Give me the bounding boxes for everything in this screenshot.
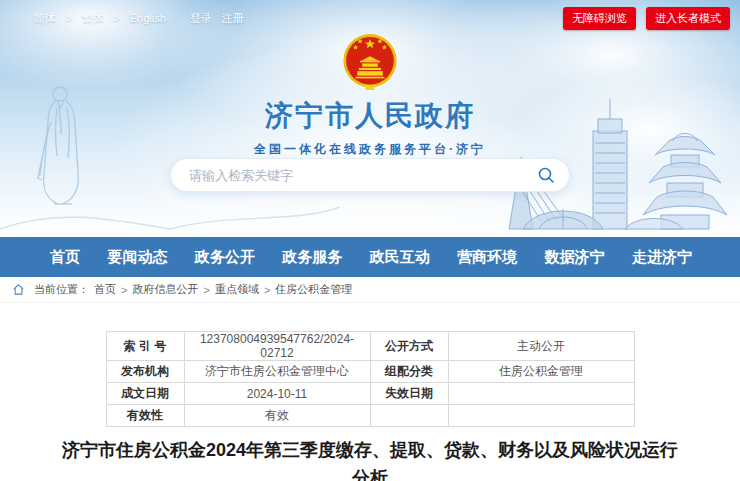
- document-meta-table: 索 引 号 123708004939547762/2024-02712 公开方式…: [106, 331, 635, 427]
- site-subtitle: 全国一体化在线政务服务平台·济宁: [254, 141, 486, 158]
- register-link[interactable]: 注册: [222, 11, 244, 26]
- nav-item-interaction[interactable]: 政民互动: [370, 237, 430, 277]
- table-row: 有效性 有效: [106, 405, 634, 427]
- lang-traditional-link[interactable]: 繁体: [82, 11, 104, 26]
- breadcrumb-separator: >: [203, 284, 209, 296]
- meta-label-disclosure-method: 公开方式: [370, 332, 448, 361]
- language-links: 简体 > 繁体 > English 登录 注册: [34, 11, 244, 26]
- meta-value-publisher: 济宁市住房公积金管理中心: [184, 361, 370, 383]
- meta-label-category: 组配分类: [370, 361, 448, 383]
- breadcrumb: 当前位置： 首页 > 政府信息公开 > 重点领域 > 住房公积金管理: [0, 277, 740, 303]
- top-action-buttons: 无障碍浏览 进入长者模式: [563, 7, 730, 30]
- national-emblem-icon: [342, 33, 398, 95]
- breadcrumb-prefix: 当前位置：: [34, 282, 89, 297]
- breadcrumb-separator: >: [121, 284, 127, 296]
- meta-label-date: 成文日期: [106, 383, 184, 405]
- login-link[interactable]: 登录: [190, 11, 212, 26]
- nav-item-about[interactable]: 走进济宁: [632, 237, 692, 277]
- table-row: 成文日期 2024-10-11 失效日期: [106, 383, 634, 405]
- meta-value-expiry: [448, 383, 634, 405]
- table-row: 索 引 号 123708004939547762/2024-02712 公开方式…: [106, 332, 634, 361]
- site-brand: 济宁市人民政府 全国一体化在线政务服务平台·济宁: [0, 33, 740, 158]
- page: 简体 > 繁体 > English 登录 注册 无障碍浏览 进入长者模式: [0, 0, 740, 481]
- meta-value-empty: [448, 405, 634, 427]
- site-header: 简体 > 繁体 > English 登录 注册 无障碍浏览 进入长者模式: [0, 0, 740, 237]
- lang-english-link[interactable]: English: [130, 12, 166, 24]
- elder-mode-button[interactable]: 进入长者模式: [646, 7, 730, 30]
- home-icon: [12, 283, 25, 296]
- nav-item-data[interactable]: 数据济宁: [545, 237, 605, 277]
- content-area: 索 引 号 123708004939547762/2024-02712 公开方式…: [0, 331, 740, 481]
- nav-item-home[interactable]: 首页: [50, 237, 80, 277]
- site-title: 济宁市人民政府: [265, 97, 475, 135]
- nav-item-gov-services[interactable]: 政务服务: [282, 237, 342, 277]
- top-utility-bar: 简体 > 繁体 > English 登录 注册 无障碍浏览 进入长者模式: [0, 7, 740, 29]
- article-title: 济宁市住房公积金2024年第三季度缴存、提取、贷款、财务以及风险状况运行分析: [60, 437, 680, 481]
- table-row: 发布机构 济宁市住房公积金管理中心 组配分类 住房公积金管理: [106, 361, 634, 383]
- lang-simplified-link[interactable]: 简体: [34, 11, 56, 26]
- separator: >: [114, 13, 120, 24]
- meta-value-category: 住房公积金管理: [448, 361, 634, 383]
- meta-value-index: 123708004939547762/2024-02712: [184, 332, 370, 361]
- nav-item-gov-disclosure[interactable]: 政务公开: [195, 237, 255, 277]
- breadcrumb-home[interactable]: 首页: [94, 282, 116, 297]
- meta-label-publisher: 发布机构: [106, 361, 184, 383]
- breadcrumb-key-areas[interactable]: 重点领域: [215, 282, 259, 297]
- search-icon[interactable]: [531, 166, 569, 184]
- nav-item-business-env[interactable]: 营商环境: [457, 237, 517, 277]
- separator: >: [66, 13, 72, 24]
- breadcrumb-housing-fund[interactable]: 住房公积金管理: [275, 282, 352, 297]
- meta-value-disclosure-method: 主动公开: [448, 332, 634, 361]
- meta-label-index: 索 引 号: [106, 332, 184, 361]
- meta-value-validity: 有效: [184, 405, 370, 427]
- search-bar: [170, 158, 570, 192]
- breadcrumb-separator: >: [264, 284, 270, 296]
- accessibility-button[interactable]: 无障碍浏览: [563, 7, 636, 30]
- search-input[interactable]: [171, 168, 531, 183]
- meta-label-validity: 有效性: [106, 405, 184, 427]
- meta-label-empty: [370, 405, 448, 427]
- meta-label-expiry: 失效日期: [370, 383, 448, 405]
- nav-item-news[interactable]: 要闻动态: [107, 237, 167, 277]
- main-navigation: 首页 要闻动态 政务公开 政务服务 政民互动 营商环境 数据济宁 走进济宁: [0, 237, 740, 277]
- meta-value-date: 2024-10-11: [184, 383, 370, 405]
- breadcrumb-gov-info[interactable]: 政府信息公开: [132, 282, 198, 297]
